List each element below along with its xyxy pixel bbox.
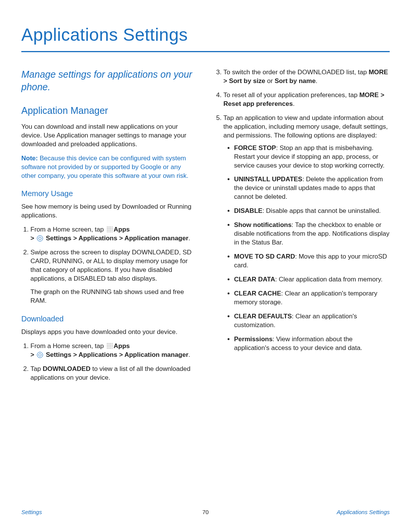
option-bullets: FORCE STOP: Stop an app that is misbehav… (223, 144, 390, 353)
apps-label: Apps (113, 226, 130, 233)
list-item: CLEAR DATA: Clear application data from … (234, 275, 390, 284)
text: . (315, 77, 317, 85)
nav-chain: Settings > Applications > Application ma… (44, 351, 188, 358)
settings-gear-icon (37, 235, 43, 241)
paragraph-memory: See how memory is being used by Download… (21, 203, 197, 220)
two-column-layout: Manage settings for applications on your… (21, 68, 390, 387)
list-item: CLEAR CACHE: Clear an application's temp… (234, 289, 390, 307)
paragraph-app-manager: You can download and install new applica… (21, 123, 197, 149)
list-item: From a Home screen, tap Apps > Settings … (30, 342, 197, 359)
text: > (30, 351, 36, 358)
text: DOWNLOADED (43, 365, 91, 372)
left-column: Manage settings for applications on your… (21, 68, 197, 387)
text: Tap (30, 365, 43, 372)
option-name: CLEAR DATA (234, 276, 275, 283)
list-item: Swipe across the screen to display DOWNL… (30, 248, 197, 305)
page-title: Applications Settings (21, 23, 390, 46)
heading-application-manager: Application Manager (21, 104, 197, 117)
option-name: MOVE TO SD CARD (234, 253, 295, 260)
list-item: CLEAR DEFAULTS: Clear an application's c… (234, 312, 390, 330)
page-number: 70 (21, 508, 390, 516)
text: > (30, 235, 36, 242)
text: Swipe across the screen to display DOWNL… (30, 249, 191, 282)
list-item: To switch the order of the DOWNLOADED li… (223, 68, 390, 86)
list-item: UNINSTALL UPDATES: Delete the applicatio… (234, 175, 390, 201)
downloaded-steps: From a Home screen, tap Apps > Settings … (21, 342, 197, 382)
option-name: Show notifications (234, 221, 292, 228)
note-label: Note: (21, 155, 38, 162)
list-item: Tap DOWNLOADED to view a list of all the… (30, 365, 197, 382)
list-item: Tap an application to view and update in… (223, 114, 390, 353)
memory-steps: From a Home screen, tap Apps > Settings … (21, 225, 197, 305)
note-paragraph: Note: Because this device can be configu… (21, 154, 197, 181)
list-item: To reset all of your application prefere… (223, 91, 390, 109)
continued-steps: To switch the order of the DOWNLOADED li… (214, 68, 390, 352)
option-desc: : Clear application data from memory. (275, 276, 382, 283)
title-rule (21, 51, 390, 52)
list-item: Show notifications: Tap the checkbox to … (234, 221, 390, 247)
text: . (293, 100, 295, 107)
option-name: Permissions (234, 335, 272, 343)
option-name: FORCE STOP (234, 144, 276, 152)
nav-chain: Settings > Applications > Application ma… (44, 235, 188, 242)
list-item: Permissions: View information about the … (234, 335, 390, 353)
option-name: DISABLE (234, 207, 263, 214)
text: The graph on the RUNNING tab shows used … (30, 288, 197, 305)
text: Sort by name (275, 77, 316, 85)
option-name: CLEAR DEFAULTS (234, 313, 292, 320)
list-item: From a Home screen, tap Apps > Settings … (30, 225, 197, 243)
heading-downloaded: Downloaded (21, 314, 197, 324)
option-name: UNINSTALL UPDATES (234, 176, 302, 183)
text: . (188, 351, 190, 358)
note-body: Because this device can be configured wi… (21, 155, 188, 179)
apps-label: Apps (113, 342, 130, 350)
text: or (265, 77, 275, 85)
heading-memory-usage: Memory Usage (21, 189, 197, 199)
option-name: CLEAR CACHE (234, 290, 281, 297)
text: From a Home screen, tap (30, 226, 105, 233)
page-subtitle: Manage settings for applications on your… (21, 68, 197, 93)
apps-grid-icon (106, 342, 113, 349)
option-desc: : Disable apps that cannot be uninstalle… (263, 207, 381, 214)
text: To switch the order of the DOWNLOADED li… (223, 69, 369, 76)
list-item: MOVE TO SD CARD: Move this app to your m… (234, 252, 390, 270)
text: From a Home screen, tap (30, 342, 105, 350)
settings-gear-icon (37, 352, 43, 358)
text: To reset all of your application prefere… (223, 91, 359, 99)
paragraph-downloaded: Displays apps you have downloaded onto y… (21, 328, 197, 337)
right-column: To switch the order of the DOWNLOADED li… (214, 68, 390, 387)
list-item: DISABLE: Disable apps that cannot be uni… (234, 207, 390, 216)
list-item: FORCE STOP: Stop an app that is misbehav… (234, 144, 390, 170)
page-footer: Settings 70 Applications Settings (21, 508, 390, 516)
apps-grid-icon (106, 226, 113, 232)
text: Tap an application to view and update in… (223, 114, 388, 139)
text: . (188, 235, 190, 242)
